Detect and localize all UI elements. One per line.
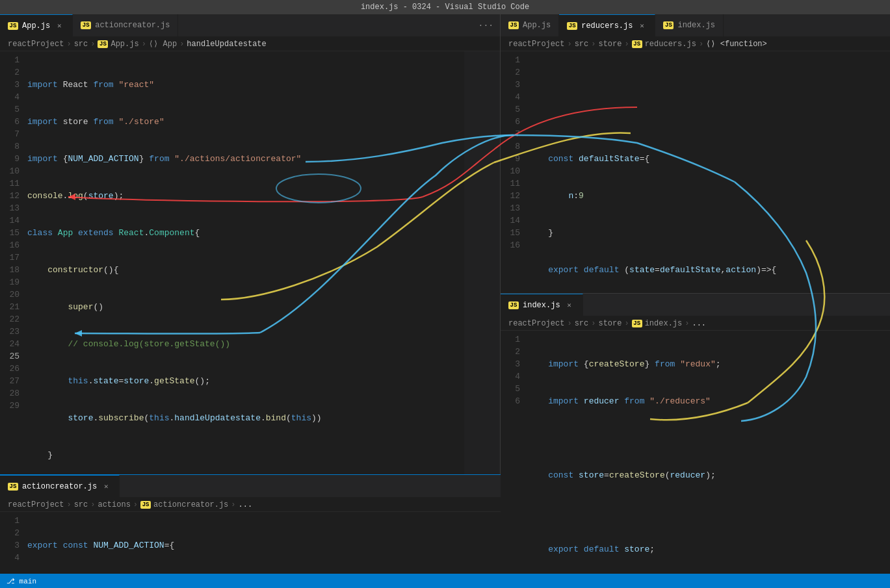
tab-more-button[interactable]: ··· (472, 21, 500, 31)
right-top-code-area: 1 2 3 4 5 6 7 8 9 10 11 12 13 14 15 16 (501, 51, 890, 293)
left-tab-bar: JS App.js ✕ JS actioncreator.js ··· (0, 14, 500, 37)
tab-index-bottom-close[interactable]: ✕ (564, 300, 575, 311)
left-code-area: 1 2 3 4 5 6 7 8 9 10 11 12 13 14 15 16 1… (0, 51, 500, 484)
right-top-panel: JS App.js JS reducers.js ✕ JS index.js r… (501, 14, 890, 294)
right-bottom-tab-bar: JS index.js ✕ (501, 294, 890, 316)
tab-actioncreator-bottom-close[interactable]: ✕ (101, 481, 111, 492)
tab-app-js[interactable]: JS App.js ✕ (0, 14, 73, 37)
tab-reducers-close[interactable]: ✕ (636, 21, 647, 31)
right-bottom-breadcrumb: reactProject › src › store › JS index.js… (501, 316, 890, 331)
bottom-left-panel: JS actioncreator.js ✕ reactProject › src… (0, 474, 501, 588)
js-icon-reducers: JS (567, 22, 577, 30)
title-text: index.js - 0324 - Visual Studio Code (361, 3, 529, 12)
js-icon-app: JS (8, 22, 18, 30)
right-bottom-code-lines: import {createStore} from "redux"; impor… (528, 333, 890, 580)
status-text: ⎇ main (7, 577, 36, 585)
left-breadcrumb: reactProject › src › JS App.js › ⟨⟩ App … (0, 37, 500, 51)
js-icon-actioncreator: JS (81, 21, 91, 29)
right-bottom-panel: JS index.js ✕ reactProject › src › store… (501, 294, 890, 588)
status-bar: ⎇ main (0, 574, 890, 588)
bottom-left-breadcrumb: reactProject › src › actions › JS action… (0, 498, 501, 512)
js-icon-index-right: JS (663, 21, 674, 29)
right-bottom-code-area: 1 2 3 4 5 6 import {createStore} from "r… (501, 331, 890, 583)
tab-actioncreator-label: actioncreator.js (95, 21, 170, 30)
left-code-lines: import React from "react" import store f… (27, 54, 500, 481)
tab-reducers-js[interactable]: JS reducers.js ✕ (559, 14, 655, 37)
tab-app-js-label: App.js (22, 21, 50, 31)
right-col: JS App.js JS reducers.js ✕ JS index.js r… (501, 14, 890, 588)
right-top-code-lines: const defaultState={ n:9 } export defaul… (528, 54, 890, 290)
bottom-left-tab-bar: JS actioncreator.js ✕ (0, 475, 501, 498)
right-bottom-line-numbers: 1 2 3 4 5 6 (501, 333, 528, 580)
js-icon-index-bottom: JS (508, 301, 519, 309)
tab-app-js-right-label: App.js (523, 21, 551, 30)
tab-reducers-label: reducers.js (581, 21, 633, 31)
tab-index-js-right[interactable]: JS index.js (655, 14, 724, 37)
tab-actioncreator-js[interactable]: JS actioncreator.js (73, 14, 178, 37)
right-top-line-numbers: 1 2 3 4 5 6 7 8 9 10 11 12 13 14 15 16 (501, 54, 528, 290)
tab-index-js-right-label: index.js (677, 21, 715, 30)
tab-index-js-bottom[interactable]: JS index.js ✕ (501, 294, 583, 316)
js-icon-actioncreator-bottom: JS (8, 483, 18, 491)
tab-actioncreator-bottom[interactable]: JS actioncreator.js ✕ (0, 475, 120, 498)
title-bar: index.js - 0324 - Visual Studio Code (0, 0, 890, 14)
left-minimap (464, 51, 500, 484)
tab-actioncreator-bottom-label: actioncreator.js (22, 482, 97, 491)
tab-app-js-close[interactable]: ✕ (54, 21, 64, 31)
tab-app-js-right[interactable]: JS App.js (501, 14, 559, 37)
js-icon-app-right: JS (508, 21, 519, 29)
right-top-breadcrumb: reactProject › src › store › JS reducers… (501, 37, 890, 51)
left-line-numbers: 1 2 3 4 5 6 7 8 9 10 11 12 13 14 15 16 1… (0, 54, 27, 481)
right-top-tab-bar: JS App.js JS reducers.js ✕ JS index.js (501, 14, 890, 37)
tab-index-js-bottom-label: index.js (523, 301, 560, 310)
